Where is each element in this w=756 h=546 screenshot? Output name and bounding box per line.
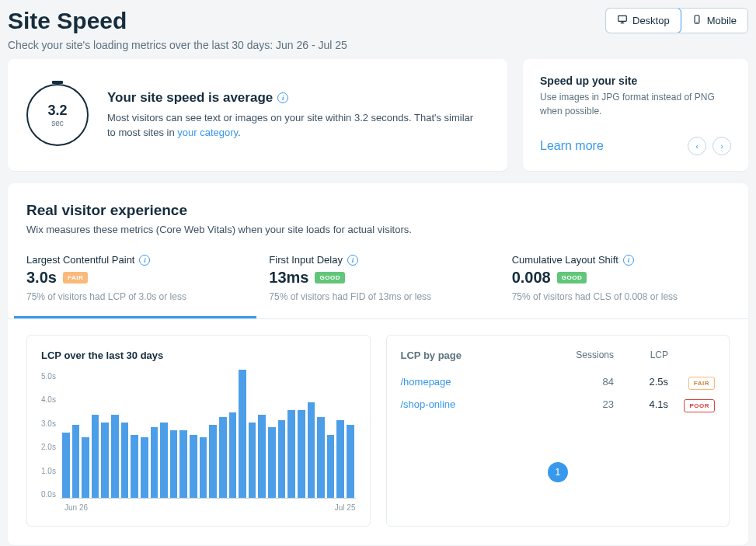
table-sessions: 23 [552,398,614,410]
experience-card: Real visitor experience Wix measures the… [8,183,748,545]
info-icon[interactable] [623,255,634,266]
device-desktop-button[interactable]: Desktop [605,8,681,33]
table-panel: LCP by page Sessions LCP /homepage842.5s… [386,335,730,527]
device-toggle: Desktop Mobile [605,8,748,33]
table-badge: POOR [684,399,715,412]
experience-title: Real visitor experience [26,202,730,219]
info-icon[interactable] [139,255,150,266]
metric-badge: GOOD [557,272,587,283]
y-tick: 0.0s [41,490,56,499]
table-lcp: 4.1s [614,398,668,410]
device-mobile-button[interactable]: Mobile [681,9,747,33]
learn-more-link[interactable]: Learn more [540,139,604,153]
next-tip-button[interactable]: › [712,137,731,155]
metric-tab-0[interactable]: Largest Contentful Paint3.0sFAIR75% of v… [14,254,256,318]
table-col-lcp: LCP [614,350,668,361]
summary-body: Most visitors can see text or images on … [107,110,480,141]
table-row: /homepage842.5sFAIR [401,370,716,393]
table-row: /shop-online234.1sPOOR [401,393,716,416]
chart-bar [170,430,178,498]
summary-body-text-1: Most visitors can see text or images on … [107,112,473,139]
metric-name: Largest Contentful Paint [26,254,244,266]
y-tick: 5.0s [41,372,56,381]
speed-value: 3.2 [47,103,67,119]
metric-tab-2[interactable]: Cumulative Layout Shift0.008GOOD75% of v… [500,254,742,318]
prev-tip-button[interactable]: ‹ [688,137,706,155]
chart-title: LCP over the last 30 days [41,350,356,361]
chart-bar [278,420,286,498]
metric-value: 0.008 [512,269,551,287]
chart-x-axis: Jun 26 Jul 25 [41,499,356,512]
metric-badge: FAIR [63,272,88,283]
table-page-link[interactable]: /homepage [401,376,552,388]
stopwatch-icon: 3.2 sec [26,84,89,146]
experience-desc: Wix measures these metrics (Core Web Vit… [26,224,730,235]
tip-title: Speed up your site [540,75,731,87]
pagination: 1 [401,462,716,482]
y-tick: 3.0s [41,419,56,428]
y-tick: 2.0s [41,443,56,451]
chart-bar [200,437,207,498]
info-icon[interactable] [277,92,288,103]
summary-card: 3.2 sec Your site speed is average Most … [8,59,507,171]
mobile-icon [692,14,702,27]
category-link[interactable]: your category [177,127,238,138]
device-desktop-label: Desktop [632,15,670,26]
chevron-left-icon: ‹ [695,141,699,151]
chevron-right-icon: › [720,141,723,151]
table-lcp: 2.5s [614,376,668,388]
metric-name: First Input Delay [269,254,486,266]
metric-name: Cumulative Layout Shift [512,254,730,266]
chart-bar [72,425,80,498]
metric-sub: 75% of visitors had LCP of 3.0s or less [26,291,244,302]
chart-bar [141,437,148,498]
chart-bar [219,417,227,498]
table-col-sessions: Sessions [552,350,614,361]
chart-bar [249,423,256,498]
chart-bar [317,417,325,498]
metric-badge: GOOD [315,272,344,283]
chart-bar [160,423,168,498]
y-tick: 1.0s [41,467,56,475]
speed-unit: sec [51,119,64,127]
table-title: LCP by page [401,350,552,361]
x-end-label: Jul 25 [335,503,356,512]
chart-bar [308,402,315,498]
chart-bar [82,437,89,498]
summary-headline: Your site speed is average [107,90,273,106]
table-page-link[interactable]: /shop-online [401,398,552,410]
svg-rect-0 [618,16,627,21]
chart-bar [190,435,197,498]
table-sessions: 84 [552,376,614,388]
metric-sub: 75% of visitors had FID of 13ms or less [269,291,486,302]
chart-y-axis: 5.0s4.0s3.0s2.0s1.0s0.0s [41,372,61,499]
metric-sub: 75% of visitors had CLS of 0.008 or less [512,291,730,302]
chart-bar [179,430,187,498]
chart-bar [209,425,217,498]
metric-value: 13ms [269,269,308,287]
desktop-icon [617,14,628,27]
y-tick: 4.0s [41,395,56,404]
metric-value: 3.0s [26,269,57,287]
page-subtitle: Check your site's loading metrics over t… [8,39,347,51]
x-start-label: Jun 26 [64,503,88,512]
chart-panel: LCP over the last 30 days 5.0s4.0s3.0s2.… [26,335,371,527]
summary-body-text-2: . [238,127,241,138]
table-badge: FAIR [688,377,715,390]
info-icon[interactable] [347,255,358,266]
lcp-chart: 5.0s4.0s3.0s2.0s1.0s0.0s Jun 26 Jul 25 [41,372,356,512]
chart-bars [61,372,356,498]
chart-bar [121,423,129,498]
chart-bar [101,423,109,498]
chart-bar [229,412,237,498]
chart-bar [239,370,246,498]
chart-bar [287,410,295,498]
chart-bar [298,410,305,498]
chart-bar [347,425,354,498]
metric-tab-1[interactable]: First Input Delay13msGOOD75% of visitors… [256,254,499,318]
page-1-button[interactable]: 1 [548,462,568,482]
chart-bar [92,415,99,498]
chart-bar [327,435,335,498]
device-mobile-label: Mobile [707,15,737,26]
chart-bar [151,427,159,498]
